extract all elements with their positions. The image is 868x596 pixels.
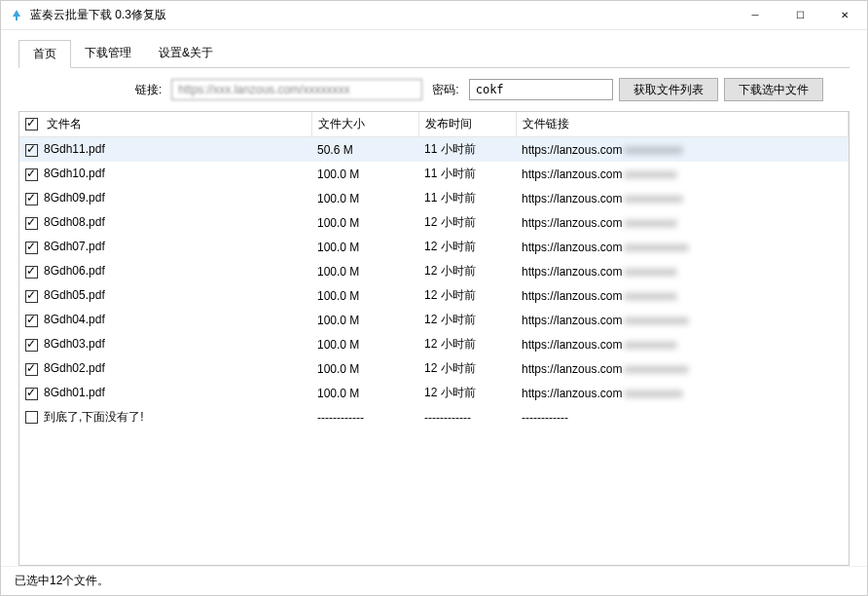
file-name: 到底了,下面没有了! xyxy=(44,410,144,424)
file-name: 8Gdh07.pdf xyxy=(44,240,105,253)
download-selected-button[interactable]: 下载选中文件 xyxy=(724,78,823,101)
row-checkbox[interactable] xyxy=(25,168,38,181)
row-checkbox[interactable] xyxy=(25,315,38,327)
table-row[interactable]: 8Gdh04.pdf100.0 M12 小时前https://lanzous.c… xyxy=(19,308,849,332)
table-row[interactable]: 8Gdh02.pdf100.0 M12 小时前https://lanzous.c… xyxy=(19,356,849,381)
file-name: 8Gdh11.pdf xyxy=(44,142,105,156)
file-time: 12 小时前 xyxy=(418,381,516,405)
file-link: https://lanzous.com xxxxxxxxxxx xyxy=(516,356,849,381)
file-time: 11 小时前 xyxy=(418,186,516,210)
file-time: 12 小时前 xyxy=(418,308,516,332)
file-link: https://lanzous.com xxxxxxxxx xyxy=(516,283,849,308)
table-row[interactable]: 8Gdh09.pdf100.0 M11 小时前https://lanzous.c… xyxy=(19,186,849,210)
link-label: 链接: xyxy=(135,82,162,98)
file-size: ------------ xyxy=(311,405,418,429)
file-time: 12 小时前 xyxy=(418,356,516,381)
table-row[interactable]: 8Gdh01.pdf100.0 M12 小时前https://lanzous.c… xyxy=(19,381,849,405)
table-row[interactable]: 8Gdh06.pdf100.0 M12 小时前https://lanzous.c… xyxy=(19,259,849,283)
file-size: 100.0 M xyxy=(311,332,418,356)
file-name: 8Gdh02.pdf xyxy=(44,361,105,375)
file-table: 文件名 文件大小 发布时间 文件链接 8Gdh11.pdf50.6 M11 小时… xyxy=(19,112,849,429)
file-time: 12 小时前 xyxy=(418,332,516,356)
link-input[interactable] xyxy=(171,79,422,100)
file-name: 8Gdh03.pdf xyxy=(44,337,105,351)
file-link: https://lanzous.com xxxxxxxxx xyxy=(516,210,849,235)
file-size: 100.0 M xyxy=(311,210,418,235)
minimize-button[interactable]: ─ xyxy=(733,1,778,30)
file-size: 100.0 M xyxy=(311,186,418,210)
tab-bar: 首页 下载管理 设置&关于 xyxy=(1,30,867,68)
close-button[interactable]: ✕ xyxy=(822,1,867,30)
maximize-button[interactable]: ☐ xyxy=(778,1,822,30)
file-link: https://lanzous.com xxxxxxxxx xyxy=(516,332,849,356)
file-link: https://lanzous.com xxxxxxxxxxx xyxy=(516,235,849,259)
file-time: 12 小时前 xyxy=(418,259,516,283)
row-checkbox[interactable] xyxy=(25,339,38,352)
file-size: 100.0 M xyxy=(311,381,418,405)
file-link: https://lanzous.com xxxxxxxxx xyxy=(516,259,849,283)
table-row[interactable]: 8Gdh08.pdf100.0 M12 小时前https://lanzous.c… xyxy=(19,210,849,235)
file-link: https://lanzous.com xxxxxxxxx xyxy=(516,162,849,186)
tab-divider xyxy=(18,67,850,68)
file-time: 11 小时前 xyxy=(418,137,516,163)
table-row[interactable]: 8Gdh11.pdf50.6 M11 小时前https://lanzous.co… xyxy=(19,137,849,163)
tab-settings-about[interactable]: 设置&关于 xyxy=(145,40,227,68)
column-header-size[interactable]: 文件大小 xyxy=(311,112,418,137)
file-size: 100.0 M xyxy=(311,235,418,259)
tab-home[interactable]: 首页 xyxy=(18,40,71,68)
file-time: 12 小时前 xyxy=(418,235,516,259)
column-header-link[interactable]: 文件链接 xyxy=(516,112,849,137)
password-input[interactable] xyxy=(469,79,613,100)
row-checkbox[interactable] xyxy=(25,290,38,303)
file-size: 100.0 M xyxy=(311,283,418,308)
file-time: 12 小时前 xyxy=(418,283,516,308)
file-link: ------------ xyxy=(516,405,849,429)
file-name: 8Gdh09.pdf xyxy=(44,191,105,205)
file-link: https://lanzous.com xxxxxxxxxx xyxy=(516,137,849,163)
file-size: 100.0 M xyxy=(311,308,418,332)
column-header-time[interactable]: 发布时间 xyxy=(418,112,516,137)
file-name: 8Gdh05.pdf xyxy=(44,288,105,302)
row-checkbox[interactable] xyxy=(25,363,38,376)
file-size: 100.0 M xyxy=(311,356,418,381)
app-icon xyxy=(9,8,24,23)
file-time: ------------ xyxy=(418,405,516,429)
file-size: 50.6 M xyxy=(311,137,418,163)
file-name: 8Gdh10.pdf xyxy=(44,167,105,180)
file-time: 11 小时前 xyxy=(418,162,516,186)
file-size: 100.0 M xyxy=(311,162,418,186)
row-checkbox[interactable] xyxy=(25,193,38,205)
table-row[interactable]: 8Gdh03.pdf100.0 M12 小时前https://lanzous.c… xyxy=(19,332,849,356)
toolbar: 链接: 密码: 获取文件列表 下载选中文件 xyxy=(1,68,867,111)
file-name: 8Gdh08.pdf xyxy=(44,215,105,229)
file-link: https://lanzous.com xxxxxxxxxxx xyxy=(516,308,849,332)
table-row[interactable]: 8Gdh07.pdf100.0 M12 小时前https://lanzous.c… xyxy=(19,235,849,259)
svg-rect-0 xyxy=(16,17,18,20)
file-name: 8Gdh04.pdf xyxy=(44,313,105,326)
status-bar: 已选中12个文件。 xyxy=(1,566,867,595)
table-row[interactable]: 到底了,下面没有了!------------------------------… xyxy=(19,405,849,429)
window-title: 蓝奏云批量下载 0.3修复版 xyxy=(30,7,733,23)
file-link: https://lanzous.com xxxxxxxxxx xyxy=(516,381,849,405)
row-checkbox[interactable] xyxy=(25,388,38,400)
file-name: 8Gdh01.pdf xyxy=(44,386,105,399)
file-table-container: 文件名 文件大小 发布时间 文件链接 8Gdh11.pdf50.6 M11 小时… xyxy=(18,111,850,566)
column-header-name[interactable]: 文件名 xyxy=(19,112,311,137)
file-link: https://lanzous.com xxxxxxxxxx xyxy=(516,186,849,210)
file-name: 8Gdh06.pdf xyxy=(44,264,105,278)
file-time: 12 小时前 xyxy=(418,210,516,235)
table-row[interactable]: 8Gdh10.pdf100.0 M11 小时前https://lanzous.c… xyxy=(19,162,849,186)
table-row[interactable]: 8Gdh05.pdf100.0 M12 小时前https://lanzous.c… xyxy=(19,283,849,308)
row-checkbox[interactable] xyxy=(25,411,38,424)
row-checkbox[interactable] xyxy=(25,242,38,254)
titlebar: 蓝奏云批量下载 0.3修复版 ─ ☐ ✕ xyxy=(1,1,867,30)
row-checkbox[interactable] xyxy=(25,144,38,157)
row-checkbox[interactable] xyxy=(25,217,38,230)
password-label: 密码: xyxy=(432,82,458,98)
select-all-checkbox[interactable] xyxy=(25,118,38,130)
row-checkbox[interactable] xyxy=(25,266,38,279)
tab-downloads[interactable]: 下载管理 xyxy=(71,40,145,68)
file-size: 100.0 M xyxy=(311,259,418,283)
fetch-list-button[interactable]: 获取文件列表 xyxy=(619,78,718,101)
